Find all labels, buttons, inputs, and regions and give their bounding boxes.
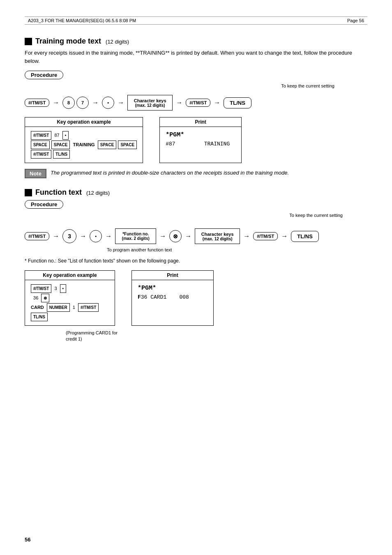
key-tmst-2: #/TM/ST xyxy=(186,99,210,107)
print-line-2: #87 TRAINING xyxy=(166,140,235,149)
key-tlns-1: TL/NS xyxy=(224,97,251,108)
s2-small-key-tmst: #/TM/ST xyxy=(31,284,51,293)
key-op-87: 87 xyxy=(53,131,60,139)
section1-note: Note The programmed text is printed in d… xyxy=(25,169,367,178)
arrow1: → xyxy=(53,99,59,106)
section1-flow-row: #/TM/ST → 8 7 → • → Character keys (max.… xyxy=(25,95,367,111)
small-key-tlns: TL/NS xyxy=(53,150,70,159)
s2-key-x: ⊗ xyxy=(169,230,182,242)
program-another-label: To program another function text xyxy=(107,247,367,252)
arrow5: → xyxy=(214,99,220,106)
key-op-training: TRAINING xyxy=(71,141,96,149)
s2-key-op-row-1: #/TM/ST 3 • xyxy=(31,284,109,293)
key-op-row-3: #/TM/ST TL/NS xyxy=(31,150,137,159)
section2-procedure-badge: Procedure xyxy=(25,200,63,209)
s2-arrow7: → xyxy=(281,233,288,240)
s2-char-keys-col: Character keys (max. 12 digits) xyxy=(195,228,240,244)
s2-print-line-1: *PGM* xyxy=(138,283,208,293)
func-sub: (max. 2 digits) xyxy=(122,236,150,241)
func-no-col: *Function no. (max. 2 digits) xyxy=(115,228,156,244)
section2-tables-row: Key operation example #/TM/ST 3 • 36 ⊗ C… xyxy=(25,270,367,326)
s2-small-key-tmst2: #/TM/ST xyxy=(78,303,99,312)
note-text: The programmed text is printed in double… xyxy=(51,169,289,177)
small-key-space3: SPACE xyxy=(98,140,117,149)
section2-keep-label: To keep the current setting xyxy=(289,213,343,218)
section1-key-op-body: #/TM/ST 87 • SPACE SPACE TRAINING SPACE … xyxy=(25,127,143,163)
key-op-row-1: #/TM/ST 87 • xyxy=(31,131,137,140)
small-key-tmst: #/TM/ST xyxy=(31,131,51,140)
small-key-tmst2: #/TM/ST xyxy=(31,150,51,159)
s2-key-dot: • xyxy=(90,230,102,242)
arrow3: → xyxy=(118,99,124,106)
s2-key-op-1: 1 xyxy=(71,304,76,311)
char-keys-col: Character keys (max. 12 digits) xyxy=(127,95,173,111)
key-8: 8 xyxy=(62,97,75,109)
arrow4: → xyxy=(176,99,182,106)
section2-key-op-body: #/TM/ST 3 • 36 ⊗ CARD NUMBER 1 #/TM/ST T… xyxy=(25,280,115,325)
s2-char-keys-box: Character keys (max. 12 digits) xyxy=(195,228,240,244)
func-no-box: *Function no. (max. 2 digits) xyxy=(115,228,156,244)
s2-key-op-card: CARD xyxy=(31,304,45,311)
section2-flow-diagram: To keep the current setting #/TM/ST → 3 … xyxy=(25,213,367,252)
s2-key-3: 3 xyxy=(62,229,76,243)
s2-key-tmst-2: #/TM/ST xyxy=(253,232,278,240)
section2-title-text: Function text (12 digits) xyxy=(35,188,110,197)
header-bar: A203_3 FOR THE MANAGER(SEEG) 06.5.6 8:08… xyxy=(25,16,367,25)
s2-arrow2: → xyxy=(80,233,86,240)
s2-key-tlns: TL/NS xyxy=(291,231,319,242)
key-dot: • xyxy=(102,97,114,109)
section1-print-body: *PGM* #87 TRAINING xyxy=(160,127,241,152)
s2-key-op-row-3: CARD NUMBER 1 #/TM/ST xyxy=(31,303,109,312)
section2-title: Function text (12 digits) xyxy=(25,188,367,197)
header-right: Page 56 xyxy=(347,18,364,23)
section2-print-header: Print xyxy=(132,271,213,280)
note-badge: Note xyxy=(25,169,46,178)
section2-key-op-header: Key operation example xyxy=(25,271,115,280)
small-key-space1: SPACE xyxy=(31,140,50,149)
section2-print-table: Print *PGM* F36 CARD1 008 xyxy=(131,270,214,326)
key-tmst-1: #/TM/ST xyxy=(25,99,49,107)
s2-key-op-36: 36 xyxy=(31,294,39,302)
s2-arrow6: → xyxy=(243,233,250,240)
char-keys-sub: (max. 12 digits) xyxy=(135,103,165,108)
char-keys-label: Character keys xyxy=(134,98,166,103)
key-7: 7 xyxy=(76,97,89,109)
section1-intro: For every receipts issued in the trainin… xyxy=(25,49,367,65)
section1-print-header: Print xyxy=(160,117,241,127)
section1-title-text: Training mode text (12 digits) xyxy=(35,37,129,46)
page-number: 56 xyxy=(25,537,30,543)
section1-bullet xyxy=(25,38,32,45)
s2-small-key-x: ⊗ xyxy=(41,294,49,302)
arrow2: → xyxy=(92,99,99,106)
s2-arrow1: → xyxy=(53,233,59,240)
s2-small-key-dot: • xyxy=(60,284,67,293)
s2-key-op-row-4: TL/NS xyxy=(31,313,109,321)
s2-small-key-number: NUMBER xyxy=(47,303,70,312)
section1-tables-row: Key operation example #/TM/ST 87 • SPACE… xyxy=(25,117,367,163)
s2-arrow3: → xyxy=(105,233,112,240)
s2-key-op-3: 3 xyxy=(53,285,58,292)
small-key-space2: SPACE xyxy=(51,140,70,149)
section2-key-op-table: Key operation example #/TM/ST 3 • 36 ⊗ C… xyxy=(25,270,115,326)
credit-note: (Programming CARD1 for credit 1) xyxy=(66,330,367,343)
print-line-1: *PGM* xyxy=(166,130,235,140)
small-key-dot: • xyxy=(62,131,69,140)
section2-flow-row: #/TM/ST → 3 → • → *Function no. (max. 2 … xyxy=(25,228,367,244)
section2-print-body: *PGM* F36 CARD1 008 xyxy=(132,280,213,305)
section1-keep-label: To keep the current setting xyxy=(281,83,334,88)
section1-flow-diagram: To keep the current setting #/TM/ST → 8 … xyxy=(25,83,367,111)
section1-print-table: Print *PGM* #87 TRAINING xyxy=(159,117,242,163)
func-label: *Function no. xyxy=(122,232,149,236)
section1-key-op-table: Key operation example #/TM/ST 87 • SPACE… xyxy=(25,117,143,163)
s2-arrow4: → xyxy=(159,233,166,240)
s2-print-line-2: F36 CARD1 008 xyxy=(138,293,208,302)
s2-key-tmst-1: #/TM/ST xyxy=(25,232,49,240)
char-keys-box: Character keys (max. 12 digits) xyxy=(127,95,173,111)
s2-char-keys-sub: (max. 12 digits) xyxy=(203,237,233,241)
s2-arrow5: → xyxy=(185,233,191,240)
section1-key-op-header: Key operation example xyxy=(25,117,143,127)
s2-key-op-row-2: 36 ⊗ xyxy=(31,294,109,302)
s2-small-key-tlns: TL/NS xyxy=(31,313,48,321)
section2-bullet xyxy=(25,189,32,196)
header-left: A203_3 FOR THE MANAGER(SEEG) 06.5.6 8:08… xyxy=(28,18,136,23)
